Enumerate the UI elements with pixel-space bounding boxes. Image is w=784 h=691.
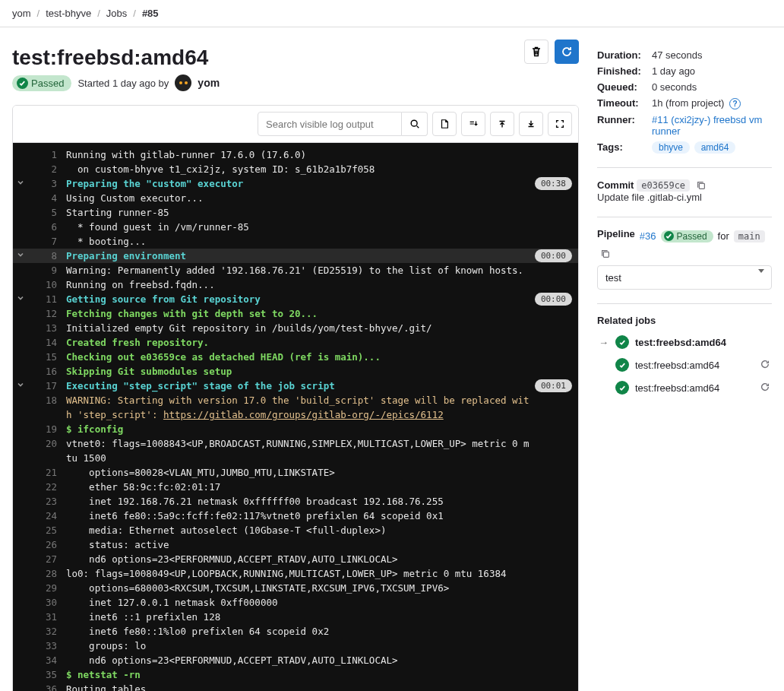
line-number[interactable]: 17 [28, 379, 66, 393]
log-line[interactable]: 22 ether 58:9c:fc:02:01:17 [13, 480, 578, 494]
raw-log-button[interactable] [432, 112, 457, 136]
line-number[interactable]: 11 [28, 292, 66, 306]
log-line[interactable]: 5Starting runner-85 [13, 205, 578, 220]
crumb-jobs[interactable]: Jobs [106, 8, 127, 19]
log-line[interactable]: 26 status: active [13, 537, 578, 552]
line-number[interactable]: 24 [28, 509, 66, 523]
line-number[interactable]: 4 [28, 191, 66, 205]
line-number[interactable]: 27 [28, 552, 66, 566]
related-job-item[interactable]: test:freebsd:amd64 [614, 353, 772, 376]
author-link[interactable]: yom [198, 77, 220, 89]
line-number[interactable]: 29 [28, 581, 66, 595]
log-line[interactable]: 11Getting source from Git repository00:0… [13, 292, 578, 306]
log-line[interactable]: 10Running on freebsd.fqdn... [13, 277, 578, 292]
line-number[interactable]: 14 [28, 335, 66, 350]
copy-sha-icon[interactable] [696, 180, 707, 191]
log-line[interactable]: 2 on custom-bhyve t1_cxi2jz, system ID: … [13, 162, 578, 176]
retry-icon[interactable] [760, 382, 770, 395]
line-number[interactable]: 22 [28, 480, 66, 494]
scroll-top-button[interactable] [490, 112, 514, 136]
log-line[interactable]: 28lo0: flags=1008049<UP,LOOPBACK,RUNNING… [13, 566, 578, 581]
line-number[interactable]: 36 [28, 682, 66, 691]
search-button[interactable] [402, 112, 428, 136]
log-line[interactable]: 8Preparing environment00:00 [13, 249, 578, 263]
log-line[interactable]: 27 nd6 options=23<PERFORMNUD,ACCEPT_RTAD… [13, 552, 578, 566]
line-number[interactable]: 20 [28, 436, 66, 451]
log-line[interactable]: 17Executing "step_script" stage of the j… [13, 379, 578, 393]
log-line[interactable]: 18WARNING: Starting with version 17.0 th… [13, 393, 578, 422]
log-line[interactable]: 7 * booting... [13, 234, 578, 249]
help-icon[interactable]: ? [729, 98, 741, 109]
line-number[interactable]: 16 [28, 364, 66, 379]
line-number[interactable]: 21 [28, 465, 66, 480]
chevron-down-icon[interactable] [13, 379, 28, 388]
line-number[interactable]: 32 [28, 624, 66, 639]
retry-icon[interactable] [760, 359, 770, 372]
log-line[interactable]: 35$ netstat -rn [13, 667, 578, 682]
branch-pill[interactable]: main [734, 230, 765, 242]
tag-pill[interactable]: bhyve [652, 141, 690, 154]
line-number[interactable]: 2 [28, 162, 66, 176]
delete-button[interactable] [524, 40, 548, 64]
line-number[interactable]: 8 [28, 249, 66, 263]
log-line[interactable]: 4Using Custom executor... [13, 191, 578, 205]
log-line[interactable]: 1Running with gitlab-runner 17.6.0 (17.6… [13, 147, 578, 162]
log-line[interactable]: 13Initialized empty Git repository in /b… [13, 321, 578, 335]
line-number[interactable]: 25 [28, 523, 66, 537]
related-job-current[interactable]: → test:freebsd:amd64 [597, 331, 772, 353]
log-line[interactable]: 34 nd6 options=23<PERFORMNUD,ACCEPT_RTAD… [13, 653, 578, 667]
log-line[interactable]: 14Created fresh repository. [13, 335, 578, 350]
line-number[interactable]: 18 [28, 393, 66, 407]
related-job-item[interactable]: test:freebsd:amd64 [614, 376, 772, 399]
line-number[interactable]: 34 [28, 653, 66, 667]
line-number[interactable]: 10 [28, 277, 66, 292]
line-number[interactable]: 3 [28, 176, 66, 191]
crumb-project[interactable]: test-bhyve [46, 8, 91, 19]
log-line[interactable]: 3Preparing the "custom" executor00:38 [13, 176, 578, 191]
pipeline-id-link[interactable]: #36 [640, 230, 656, 242]
line-number[interactable]: 13 [28, 321, 66, 335]
scroll-bottom-button[interactable] [519, 112, 543, 136]
log-line[interactable]: 36Routing tables [13, 682, 578, 691]
log-link[interactable]: https://gitlab.com/groups/gitlab-org/-/e… [163, 409, 444, 420]
line-number[interactable]: 5 [28, 205, 66, 220]
line-number[interactable]: 19 [28, 422, 66, 436]
log-output[interactable]: 1Running with gitlab-runner 17.6.0 (17.6… [13, 143, 578, 691]
log-line[interactable]: 32 inet6 fe80::1%lo0 prefixlen 64 scopei… [13, 624, 578, 639]
log-line[interactable]: 6 * found guest in /vm/runner-85 [13, 220, 578, 234]
log-line[interactable]: 33 groups: lo [13, 639, 578, 653]
fullscreen-button[interactable] [548, 112, 572, 136]
log-line[interactable]: 29 options=680003<RXCSUM,TXCSUM,LINKSTAT… [13, 581, 578, 595]
log-line[interactable]: 15Checking out e03659ce as detached HEAD… [13, 350, 578, 364]
line-number[interactable]: 1 [28, 147, 66, 162]
log-line[interactable]: 20vtnet0: flags=1008843<UP,BROADCAST,RUN… [13, 436, 578, 465]
log-line[interactable]: 31 inet6 ::1 prefixlen 128 [13, 610, 578, 624]
log-line[interactable]: 24 inet6 fe80::5a9c:fcff:fe02:117%vtnet0… [13, 509, 578, 523]
line-number[interactable]: 9 [28, 263, 66, 277]
log-line[interactable]: 23 inet 192.168.76.21 netmask 0xffffff00… [13, 494, 578, 509]
log-line[interactable]: 9Warning: Permanently added '192.168.76.… [13, 263, 578, 277]
line-number[interactable]: 23 [28, 494, 66, 509]
line-number[interactable]: 28 [28, 566, 66, 581]
line-number[interactable]: 35 [28, 667, 66, 682]
log-line[interactable]: 12Fetching changes with git depth set to… [13, 306, 578, 321]
log-line[interactable]: 21 options=80028<VLAN_MTU,JUMBO_MTU,LINK… [13, 465, 578, 480]
line-number[interactable]: 15 [28, 350, 66, 364]
log-line[interactable]: 16Skipping Git submodules setup [13, 364, 578, 379]
log-line[interactable]: 30 inet 127.0.0.1 netmask 0xff000000 [13, 595, 578, 610]
line-number[interactable]: 26 [28, 537, 66, 552]
runner-link[interactable]: #11 (cxi2jzy-) freebsd vm runner [652, 114, 762, 137]
log-line[interactable]: 19$ ifconfig [13, 422, 578, 436]
chevron-down-icon[interactable] [13, 176, 28, 186]
avatar[interactable] [175, 74, 191, 91]
line-number[interactable]: 31 [28, 610, 66, 624]
tag-pill[interactable]: amd64 [694, 141, 736, 154]
retry-button[interactable] [555, 40, 579, 64]
chevron-down-icon[interactable] [13, 249, 28, 258]
crumb-owner[interactable]: yom [12, 8, 31, 19]
commit-sha[interactable]: e03659ce [637, 179, 690, 192]
copy-branch-icon[interactable] [600, 249, 611, 259]
line-number[interactable]: 33 [28, 639, 66, 653]
search-input[interactable] [258, 112, 402, 136]
stage-select[interactable]: test [597, 265, 772, 290]
